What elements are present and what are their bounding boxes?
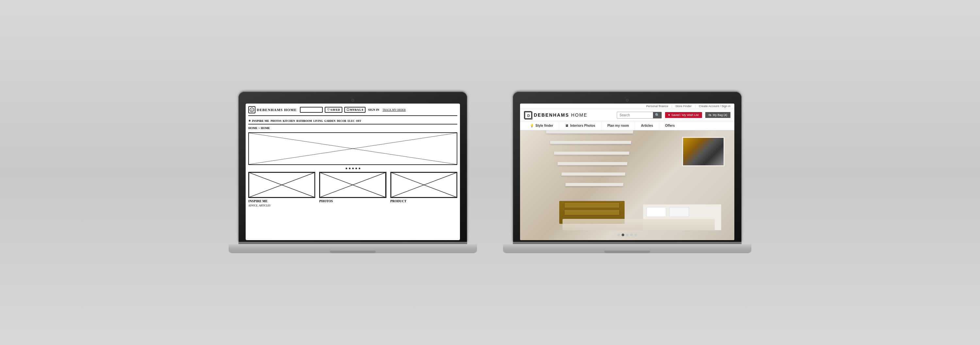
laptop-right: Personal finance | Store Finder | Create…: [503, 92, 751, 253]
wf-nav: ☀ INSPIRE ME PHOTOS KITCHEN BATHROOM LIV…: [248, 118, 457, 124]
my-bag-button[interactable]: 🛍 My Bag (4): [705, 112, 730, 118]
dresser-drawer-1: [564, 202, 620, 208]
wf-header: D DEBENHAMS HOME ♡ SAVED ☐ MYBAG 8: [248, 106, 457, 116]
wf-card-product: PRODUCT: [390, 172, 457, 207]
util-sep1: |: [671, 105, 672, 108]
screen-right: Personal finance | Store Finder | Create…: [520, 103, 734, 240]
sec-nav-style-finder[interactable]: 💡 Style finder: [524, 121, 559, 130]
secondary-nav: 💡 Style finder 🖥 Interiors Photos Plan m…: [520, 121, 734, 130]
hero-dot-2[interactable]: [622, 234, 624, 236]
wf-logo: D DEBENHAMS HOME: [248, 106, 297, 113]
hero-dot-3[interactable]: [626, 234, 628, 236]
wf-dots: [248, 168, 457, 169]
wf-card-photos: PHOTOS: [319, 172, 386, 207]
wf-logo-text: DEBENHAMS HOME: [257, 108, 297, 112]
wf-mybag-btn[interactable]: ☐ MYBAG 8: [344, 107, 366, 113]
hero-dot-5[interactable]: [635, 234, 637, 236]
bed-pillow-1: [646, 207, 666, 217]
wf-card-inspire: INSPIRE ME ADVICE, ARTICLES: [248, 172, 315, 207]
wf-nav-off[interactable]: OFF: [356, 119, 361, 122]
wf-saved-btn[interactable]: ♡ SAVED: [325, 107, 342, 113]
hero-container: PHOTOS BROWSE PHOTOS OF INTERIORS: [520, 130, 734, 240]
sec-nav-plan-my-room[interactable]: Plan my room: [601, 121, 635, 130]
wf-dot-1[interactable]: [345, 168, 347, 169]
svg-text:D: D: [527, 114, 530, 118]
wf-dot-4[interactable]: [355, 168, 357, 169]
wf-cards: INSPIRE ME ADVICE, ARTICLES PHOTOS: [248, 172, 457, 207]
hero-dot-1[interactable]: [617, 234, 620, 236]
wf-nav-decor[interactable]: DECOR: [337, 119, 346, 122]
wireframe-screen: D DEBENHAMS HOME ♡ SAVED ☐ MYBAG 8: [246, 103, 460, 240]
bag-icon: 🛍: [708, 113, 711, 117]
wf-nav-kitchen[interactable]: KITCHEN: [283, 119, 295, 122]
brand-home: HOME: [571, 112, 587, 118]
sun-icon: ☀: [248, 119, 251, 122]
search-button[interactable]: 🔍: [653, 112, 662, 118]
wf-card-title-product: PRODUCT: [390, 199, 457, 203]
heart-wf: ♡: [327, 108, 329, 111]
base-right: [503, 244, 751, 253]
sec-nav-interiors-photos[interactable]: 🖥 Interiors Photos: [559, 121, 601, 130]
search-box[interactable]: 🔍: [617, 112, 662, 119]
wf-search-box[interactable]: [300, 107, 323, 113]
artwork: [682, 137, 725, 166]
wf-nav-living[interactable]: LIVING: [313, 119, 323, 122]
brand-name: DEBENHAMS: [534, 112, 569, 118]
wf-card-img-inspire: [248, 172, 315, 198]
wf-nav-inspire[interactable]: ☀ INSPIRE ME: [248, 119, 269, 122]
util-bar: Personal finance | Store Finder | Create…: [520, 103, 734, 109]
monitor-icon: 🖥: [565, 124, 568, 127]
wf-nav-garden[interactable]: GARDEN: [324, 119, 336, 122]
laptop-left: D DEBENHAMS HOME ♡ SAVED ☐ MYBAG 8: [229, 92, 477, 253]
camera-left: [352, 99, 354, 102]
util-sep2: |: [695, 105, 695, 108]
search-icon: 🔍: [655, 113, 660, 117]
brand-logo[interactable]: D DEBENHAMS HOME: [524, 111, 587, 119]
util-create-account[interactable]: Create Account / Sign in: [699, 105, 730, 108]
real-screen: Personal finance | Store Finder | Create…: [520, 103, 734, 240]
wf-track[interactable]: TRACK MY ORDER: [382, 108, 406, 111]
heart-icon: ♥: [668, 113, 670, 117]
search-input[interactable]: [617, 112, 653, 118]
wf-card-img-product: [390, 172, 457, 198]
util-store-finder[interactable]: Store Finder: [676, 105, 692, 108]
wf-card-img-photos: [319, 172, 386, 198]
wf-card-title-inspire: INSPIRE ME: [248, 199, 315, 203]
base-left: [229, 244, 477, 253]
bed-pillow-2: [669, 207, 689, 217]
hero-image: [520, 130, 734, 240]
util-personal-finance[interactable]: Personal finance: [646, 105, 668, 108]
wf-breadcrumb: HOME > HOME: [248, 126, 457, 130]
wf-card-title-photos: PHOTOS: [319, 199, 386, 203]
svg-text:D: D: [251, 109, 253, 111]
laptop-lid-right: Personal finance | Store Finder | Create…: [513, 92, 741, 242]
wf-nav-elec[interactable]: ELEC: [348, 119, 355, 122]
sec-nav-articles[interactable]: Articles: [635, 121, 659, 130]
dresser-drawer-2: [564, 210, 620, 215]
brand-icon: D: [524, 111, 532, 119]
saved-wishlist-button[interactable]: ♥ Saved / My Wish List: [665, 112, 702, 118]
wf-nav-bathroom[interactable]: BATHROOM: [296, 119, 312, 122]
bag-wf: ☐: [347, 108, 349, 111]
wf-dot-3[interactable]: [352, 168, 354, 169]
wf-signin[interactable]: SIGN IN: [368, 108, 379, 111]
camera-right: [626, 99, 628, 102]
bulb-icon: 💡: [530, 124, 534, 127]
hero-dots: [617, 234, 637, 236]
wf-logo-icon: D: [248, 106, 255, 113]
wf-card-sub-inspire: ADVICE, ARTICLES: [248, 204, 315, 207]
wf-hero-image: [248, 132, 457, 165]
furniture-area: [553, 191, 721, 231]
wf-dot-5[interactable]: [359, 168, 360, 169]
wf-dot-2[interactable]: [349, 168, 350, 169]
wf-nav-photos[interactable]: PHOTOS: [270, 119, 281, 122]
rug: [563, 219, 715, 231]
main-nav: D DEBENHAMS HOME 🔍 ♥ Sav: [520, 109, 734, 121]
laptop-lid-left: D DEBENHAMS HOME ♡ SAVED ☐ MYBAG 8: [239, 92, 467, 242]
hero-dot-4[interactable]: [630, 234, 633, 236]
screen-left: D DEBENHAMS HOME ♡ SAVED ☐ MYBAG 8: [246, 103, 460, 240]
sec-nav-offers[interactable]: Offers: [659, 121, 681, 130]
